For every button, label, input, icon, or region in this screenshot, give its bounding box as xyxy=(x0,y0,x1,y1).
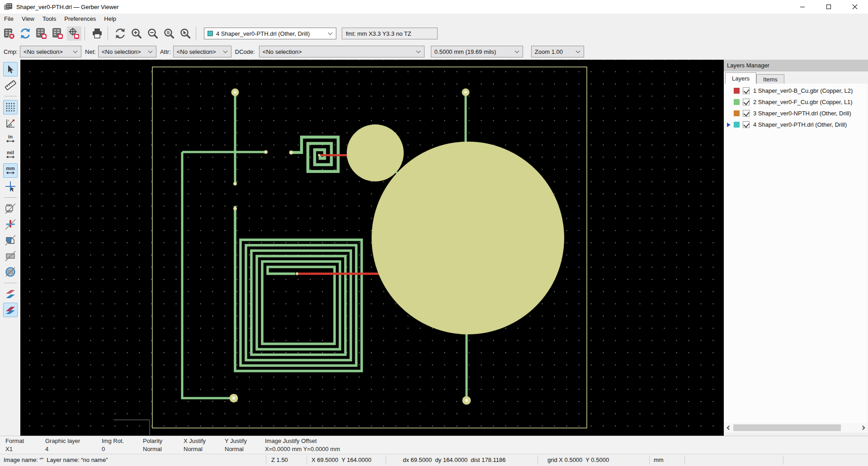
sketch-flashed-button[interactable] xyxy=(3,217,18,232)
open-drill-button[interactable] xyxy=(67,26,81,41)
dcodes-toggle-button[interactable]: D1 xyxy=(3,265,18,279)
minimize-button[interactable] xyxy=(789,0,816,14)
grid-value: 0.5000 mm (19.69 mils) xyxy=(434,48,496,55)
scrollbar-thumb[interactable] xyxy=(733,424,841,431)
svg-text:r: r xyxy=(8,119,9,122)
menu-help[interactable]: Help xyxy=(100,14,120,23)
clear-layers-button[interactable] xyxy=(2,26,16,41)
layer-visibility-checkbox[interactable] xyxy=(743,110,750,117)
layer-color-swatch xyxy=(734,88,740,94)
layer-row[interactable]: 2 Shaper_ver0-F_Cu.gbr (Copper, L1) xyxy=(724,96,868,108)
tab-layers[interactable]: Layers xyxy=(725,72,756,84)
scroll-left-button[interactable] xyxy=(724,423,732,433)
measure-tool-button[interactable] xyxy=(3,78,18,92)
zoom-out-icon xyxy=(147,28,159,39)
high-contrast-mode-button[interactable] xyxy=(3,303,18,317)
grid-select[interactable]: 0.5000 mm (19.69 mils) xyxy=(431,46,523,57)
layer-visibility-checkbox[interactable] xyxy=(743,121,750,128)
negative-objects-icon xyxy=(5,250,16,262)
diff-mode-button[interactable] xyxy=(3,287,18,301)
attr-value: <No selection> xyxy=(177,48,216,55)
redraw-button[interactable] xyxy=(113,26,127,41)
grid-icon xyxy=(5,102,16,113)
cursor-icon xyxy=(5,64,16,75)
menu-preferences[interactable]: Preferences xyxy=(60,14,100,23)
status-relative-position: dx 69.5000 dy 164.0000 dist 178.1186 xyxy=(403,456,505,463)
cmp-select[interactable]: <No selection> xyxy=(20,46,81,57)
layer-color-swatch xyxy=(734,122,740,128)
toolbar-separator xyxy=(196,27,196,40)
layer-row[interactable]: 3 Shaper_ver0-NPTH.drl (Other, Drill) xyxy=(724,108,868,119)
polar-coords-button[interactable]: r θ xyxy=(3,116,18,130)
layer-row[interactable]: 1 Shaper_ver0-B_Cu.gbr (Copper, L2) xyxy=(724,85,868,96)
cursor-tool-button[interactable] xyxy=(3,62,18,76)
maximize-button[interactable] xyxy=(816,0,842,14)
main-toolbar: 4 Shaper_ver0-PTH.drl (Other, Drill) fmt… xyxy=(0,24,868,43)
status-separator xyxy=(266,456,266,465)
zoom-in-icon xyxy=(131,28,142,39)
zoom-fit-icon xyxy=(163,28,175,39)
layer-visibility-checkbox[interactable] xyxy=(743,99,750,105)
layer-label: 1 Shaper_ver0-B_Cu.gbr (Copper, L2) xyxy=(753,87,853,94)
cmp-value: <No selection> xyxy=(24,48,63,55)
zoom-select[interactable]: Zoom 1.00 xyxy=(531,46,584,57)
svg-text:θ: θ xyxy=(10,123,12,127)
sheet-corner xyxy=(113,420,150,435)
dcode-select[interactable]: <No selection> xyxy=(259,46,425,57)
toolbar-separator xyxy=(85,27,85,40)
scroll-right-button[interactable] xyxy=(859,423,868,433)
layer-color-swatch xyxy=(734,110,740,116)
maximize-icon xyxy=(826,4,831,10)
layers-manager-panel: Layers Manager Layers Items 1 Shaper_ver… xyxy=(724,60,868,436)
negative-objects-button[interactable] xyxy=(3,249,18,263)
layers-horizontal-scrollbar[interactable] xyxy=(724,423,868,433)
zoom-selection-button[interactable] xyxy=(178,26,193,41)
small-circle-zone xyxy=(347,124,404,181)
active-layer-select[interactable]: 4 Shaper_ver0-PTH.drl (Other, Drill) xyxy=(204,28,336,39)
status-image-info: Image name: “” Layer name: “no name” xyxy=(4,456,108,463)
units-inches-button[interactable]: in xyxy=(3,132,18,146)
format-info-field: fmt: mm X3.3 Y3.3 no TZ xyxy=(342,28,438,39)
menu-view[interactable]: View xyxy=(18,14,38,23)
svg-text:mil: mil xyxy=(7,150,14,155)
chevron-down-icon xyxy=(148,48,152,53)
layers-manager-tabs: Layers Items xyxy=(724,71,868,84)
chevron-right-icon xyxy=(861,426,865,430)
reload-layers-button[interactable] xyxy=(18,26,33,41)
layer-visibility-checkbox[interactable] xyxy=(743,87,750,94)
toolbar-separator xyxy=(4,283,17,283)
menu-file[interactable]: File xyxy=(0,14,18,23)
close-button[interactable] xyxy=(842,0,868,14)
redraw-icon xyxy=(114,27,127,40)
info-justify-offset: Image Justify OffsetX=0.0000 mm Y=0.0000… xyxy=(265,437,340,452)
sketch-footprints-icon xyxy=(5,203,16,214)
toolbar-separator xyxy=(108,27,108,40)
attr-label: Attr: xyxy=(160,48,171,55)
tab-items[interactable]: Items xyxy=(756,74,784,84)
zoom-fit-button[interactable] xyxy=(162,26,176,41)
zoom-out-button[interactable] xyxy=(146,26,160,41)
gerber-canvas[interactable] xyxy=(20,60,724,436)
grid-toggle-button[interactable] xyxy=(3,100,18,114)
chevron-down-icon xyxy=(576,48,580,53)
print-button[interactable] xyxy=(90,26,104,41)
units-mils-button[interactable]: mil xyxy=(3,147,18,162)
net-select[interactable]: <No selection> xyxy=(98,46,156,57)
chevron-down-icon xyxy=(328,30,333,35)
open-gerber-button[interactable] xyxy=(34,26,49,41)
layer-row-current[interactable]: 4 Shaper_ver0-PTH.drl (Other, Drill) xyxy=(724,119,868,130)
info-polarity: PolarityNormal xyxy=(143,437,162,452)
crosshair-cursor-button[interactable] xyxy=(3,179,18,194)
sketch-footprints-button[interactable] xyxy=(3,201,18,216)
high-contrast-icon xyxy=(5,304,16,316)
zoom-in-button[interactable] xyxy=(129,26,144,41)
menu-tools[interactable]: Tools xyxy=(38,14,60,23)
units-mm-button[interactable]: mm xyxy=(3,163,18,178)
gerber-drawing xyxy=(20,60,724,436)
zoom-value: Zoom 1.00 xyxy=(535,48,563,55)
sketch-polygons-button[interactable] xyxy=(3,233,18,247)
layer-label: 2 Shaper_ver0-F_Cu.gbr (Copper, L1) xyxy=(753,99,853,105)
attr-select[interactable]: <No selection> xyxy=(173,46,231,57)
open-gerber-job-button[interactable] xyxy=(51,26,65,41)
gerber-viewer-window: { "window": { "title": "Shaper_ver0-PTH.… xyxy=(0,0,868,466)
